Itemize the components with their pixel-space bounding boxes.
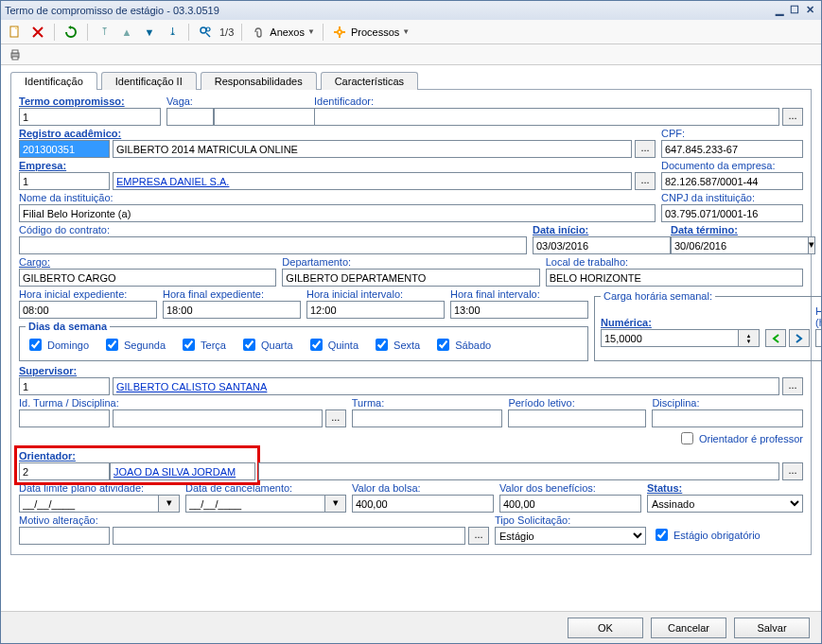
ok-button[interactable]: OK bbox=[568, 618, 643, 638]
local-input[interactable] bbox=[546, 269, 803, 287]
empresa-lookup-button[interactable]: ... bbox=[635, 172, 656, 190]
window-title: Termo de compromisso de estágio - 03.3.0… bbox=[5, 5, 772, 16]
orientador-cod-input[interactable] bbox=[19, 462, 110, 480]
registro-cod-input[interactable] bbox=[19, 140, 110, 158]
prev-icon[interactable]: ▲ bbox=[118, 24, 135, 41]
chk-sabado[interactable]: Sábado bbox=[433, 336, 491, 354]
supervisor-lookup-button[interactable]: ... bbox=[782, 377, 803, 395]
carga-group: Carga horária semanal: Numérica: ▲▼ Hora… bbox=[594, 290, 821, 361]
next-icon[interactable]: ▼ bbox=[141, 24, 158, 41]
copy-right-icon[interactable] bbox=[789, 329, 810, 347]
processos-menu[interactable]: Processos▼ bbox=[331, 24, 410, 41]
cancelar-button[interactable]: Cancelar bbox=[651, 618, 726, 638]
disciplina-input[interactable] bbox=[652, 409, 803, 427]
chk-quinta[interactable]: Quinta bbox=[306, 336, 359, 354]
first-icon[interactable]: ⤒ bbox=[96, 24, 113, 41]
dataini-input[interactable] bbox=[533, 236, 671, 254]
vaga-cod-input[interactable] bbox=[166, 108, 214, 126]
lbl-valorbolsa: Valor da bolsa: bbox=[352, 482, 494, 494]
cargo-input[interactable] bbox=[19, 269, 276, 287]
motivo-cod-input[interactable] bbox=[19, 527, 110, 545]
valorbenef-input[interactable] bbox=[499, 495, 641, 513]
lbl-horaintini: Hora inicial intervalo: bbox=[306, 288, 445, 300]
datafim-calendar-button[interactable]: ▾ bbox=[809, 236, 815, 254]
codcontrato-input[interactable] bbox=[19, 236, 527, 254]
docemp-input[interactable] bbox=[661, 172, 803, 190]
salvar-button[interactable]: Salvar bbox=[734, 618, 810, 638]
chk-domingo[interactable]: Domingo bbox=[26, 336, 89, 354]
lbl-docemp: Documento da empresa: bbox=[661, 160, 803, 171]
datacanc-input[interactable] bbox=[185, 495, 325, 513]
datalim-input[interactable] bbox=[19, 495, 159, 513]
identificador-input[interactable] bbox=[314, 108, 779, 126]
last-icon[interactable]: ⤓ bbox=[164, 24, 181, 41]
supervisor-nome-input[interactable] bbox=[113, 377, 779, 395]
registro-nome-input[interactable] bbox=[113, 140, 632, 158]
horaintfim-input[interactable] bbox=[450, 301, 588, 319]
cpf-input[interactable] bbox=[661, 140, 803, 158]
tiposol-select[interactable]: Estágio bbox=[495, 527, 646, 545]
panel-identificacao: Termo compromisso: Vaga: Identificador: … bbox=[10, 89, 812, 555]
horafim-input[interactable] bbox=[163, 301, 301, 319]
anexos-menu[interactable]: Anexos▼ bbox=[250, 24, 315, 41]
periodo-input[interactable] bbox=[508, 409, 646, 427]
maximize-icon[interactable]: ☐ bbox=[787, 4, 802, 17]
minimize-icon[interactable]: ▁ bbox=[772, 4, 787, 17]
numerica-spin[interactable]: ▲▼ bbox=[739, 329, 760, 347]
idturma-disc-input[interactable] bbox=[113, 409, 323, 427]
new-icon[interactable] bbox=[7, 24, 24, 41]
delete-icon[interactable] bbox=[29, 24, 46, 41]
print-icon[interactable] bbox=[7, 46, 24, 63]
refresh-icon[interactable] bbox=[62, 24, 79, 41]
lbl-nomeinst: Nome da instituição: bbox=[19, 192, 656, 203]
horahm-input[interactable] bbox=[815, 329, 821, 347]
nomeinst-input[interactable] bbox=[19, 204, 656, 222]
chk-quarta[interactable]: Quarta bbox=[239, 336, 293, 354]
registro-lookup-button[interactable]: ... bbox=[635, 140, 656, 158]
close-icon[interactable]: ✕ bbox=[802, 4, 817, 17]
datalim-calendar-button[interactable]: ▾ bbox=[159, 495, 180, 513]
svg-point-1 bbox=[201, 27, 206, 33]
dias-group: Dias da semana Domingo Segunda Terça Qua… bbox=[19, 321, 588, 361]
tab-identificacao2[interactable]: Identificação II bbox=[101, 72, 197, 90]
orientador-extra-input[interactable] bbox=[258, 462, 779, 480]
svg-rect-5 bbox=[339, 26, 341, 29]
lbl-codcontrato: Código do contrato: bbox=[19, 224, 527, 235]
search-icon[interactable] bbox=[197, 24, 214, 41]
datafim-input[interactable] bbox=[671, 236, 809, 254]
idturma-cod-input[interactable] bbox=[19, 409, 110, 427]
attachment-icon bbox=[250, 24, 267, 41]
datacanc-calendar-button[interactable]: ▾ bbox=[325, 495, 346, 513]
horaini-input[interactable] bbox=[19, 301, 157, 319]
chk-orientprof[interactable]: Orientador é professor bbox=[677, 429, 803, 447]
tab-identificacao[interactable]: Identificação bbox=[10, 72, 97, 90]
status-select[interactable]: Assinado bbox=[647, 495, 803, 513]
lbl-turma: Turma: bbox=[352, 397, 503, 409]
tab-caracteristicas[interactable]: Características bbox=[321, 72, 418, 90]
valorbolsa-input[interactable] bbox=[352, 495, 494, 513]
horaintini-input[interactable] bbox=[306, 301, 445, 319]
chk-sexta[interactable]: Sexta bbox=[372, 336, 420, 354]
copy-left-icon[interactable] bbox=[765, 329, 786, 347]
turma-input[interactable] bbox=[352, 409, 503, 427]
chk-segunda[interactable]: Segunda bbox=[102, 336, 166, 354]
toolbar: ⤒ ▲ ▼ ⤓ 1/3 Anexos▼ Processos▼ bbox=[1, 20, 821, 44]
depto-input[interactable] bbox=[282, 269, 539, 287]
cnpjinst-input[interactable] bbox=[661, 204, 803, 222]
empresa-cod-input[interactable] bbox=[19, 172, 110, 190]
chk-estobrig[interactable]: Estágio obrigatório bbox=[652, 526, 803, 544]
lbl-cnpjinst: CNPJ da instituição: bbox=[661, 192, 803, 203]
chk-terca[interactable]: Terça bbox=[179, 336, 226, 354]
termo-input[interactable] bbox=[19, 108, 161, 126]
tab-responsabilidades[interactable]: Responsabilidades bbox=[201, 72, 317, 90]
lbl-periodo: Período letivo: bbox=[508, 397, 646, 409]
idturma-lookup-button[interactable]: ... bbox=[325, 409, 346, 427]
orientador-nome-input[interactable] bbox=[110, 462, 255, 480]
supervisor-cod-input[interactable] bbox=[19, 377, 110, 395]
motivo-desc-input[interactable] bbox=[113, 527, 465, 545]
orientador-lookup-button[interactable]: ... bbox=[782, 462, 803, 480]
numerica-input[interactable] bbox=[601, 329, 739, 347]
identificador-lookup-button[interactable]: ... bbox=[782, 108, 803, 126]
empresa-nome-input[interactable] bbox=[113, 172, 632, 190]
motivo-lookup-button[interactable]: ... bbox=[468, 527, 489, 545]
